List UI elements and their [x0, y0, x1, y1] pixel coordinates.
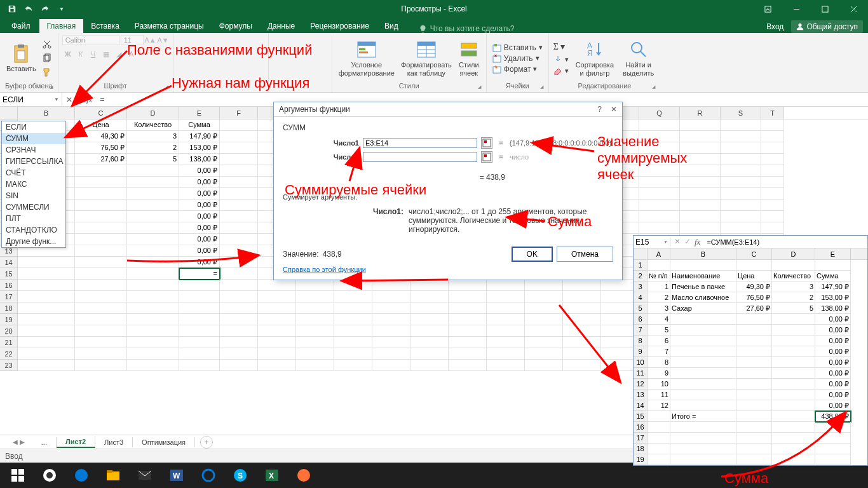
cell-C3[interactable]: 49,30 ₽ — [75, 131, 127, 142]
mini-cell-A17[interactable] — [648, 433, 670, 444]
mini-cell-C1[interactable] — [736, 260, 772, 271]
mini-cell-D8[interactable] — [772, 336, 815, 346]
col-header-F[interactable]: F — [220, 107, 258, 119]
mini-cell-A12[interactable]: 10 — [648, 379, 670, 390]
mini-col-E[interactable]: E — [815, 248, 851, 259]
mini-cell-B18[interactable] — [670, 444, 736, 454]
mini-cell-C10[interactable] — [736, 357, 772, 368]
mini-cell-A11[interactable]: 9 — [648, 368, 670, 379]
mini-cell-E4[interactable]: 153,00 ₽ — [815, 292, 851, 303]
cell-F7[interactable] — [220, 177, 258, 188]
mini-cell-D10[interactable] — [772, 357, 815, 368]
cell-K23[interactable] — [410, 360, 449, 371]
col-header-S[interactable]: S — [721, 107, 761, 119]
mini-cell-E9[interactable]: 0,00 ₽ — [815, 346, 851, 357]
cell-F6[interactable] — [220, 165, 258, 177]
cell-E6[interactable]: 0,00 ₽ — [179, 165, 220, 177]
cell-L23[interactable] — [449, 360, 487, 371]
mini-cell-A15[interactable] — [648, 411, 670, 422]
dialog-help-icon[interactable]: ? — [597, 105, 602, 114]
col-header-R[interactable]: R — [680, 107, 721, 119]
mini-corner[interactable] — [634, 248, 648, 259]
cell-D18[interactable] — [127, 302, 179, 314]
cell-Q5[interactable] — [639, 154, 680, 165]
cell-F10[interactable] — [220, 211, 258, 222]
cell-D5[interactable]: 5 — [127, 154, 179, 165]
cell-C5[interactable]: 27,60 ₽ — [75, 154, 127, 165]
col-header-B[interactable]: B — [18, 107, 75, 119]
cell-D17[interactable] — [127, 291, 179, 302]
mini-cell-D17[interactable] — [772, 433, 815, 444]
mini-cell-E14[interactable]: 0,00 ₽ — [815, 400, 851, 411]
cell-J19[interactable] — [372, 314, 410, 325]
cell-C20[interactable] — [75, 325, 127, 337]
mini-cell-A16[interactable] — [648, 422, 670, 433]
mini-cell-B14[interactable] — [670, 400, 736, 411]
dialog-titlebar[interactable]: Аргументы функции ? ✕ — [274, 102, 622, 117]
cell-B22[interactable] — [18, 348, 75, 360]
cell-E10[interactable]: 0,00 ₽ — [179, 211, 220, 222]
name-box-input[interactable] — [3, 95, 54, 104]
format-painter-icon[interactable] — [40, 66, 54, 79]
mini-cell-D1[interactable] — [772, 260, 815, 271]
sheet-tab-3[interactable]: Оптимизация — [133, 437, 195, 447]
mini-cell-A10[interactable]: 8 — [648, 357, 670, 368]
mini-cell-B6[interactable] — [670, 314, 736, 325]
cell-M22[interactable] — [487, 348, 525, 360]
func-item-2[interactable]: СРЗНАЧ — [2, 144, 65, 156]
cell-J20[interactable] — [372, 325, 410, 337]
mini-cell-B7[interactable] — [670, 325, 736, 336]
cell-C16[interactable] — [75, 280, 127, 291]
mini-row-19[interactable]: 19 — [634, 454, 648, 465]
mini-cell-A4[interactable]: 2 — [648, 292, 670, 303]
cell-B21[interactable] — [18, 337, 75, 348]
fx-icon[interactable]: fx — [86, 95, 92, 105]
cell-F19[interactable] — [220, 314, 258, 325]
cell-R7[interactable] — [680, 177, 721, 188]
row-header-19[interactable]: 19 — [0, 314, 18, 325]
func-item-8[interactable]: ПЛТ — [2, 213, 65, 224]
mini-cell-C18[interactable] — [736, 444, 772, 454]
start-icon[interactable] — [3, 463, 33, 488]
cell-T6[interactable] — [761, 165, 784, 177]
cell-J23[interactable] — [372, 360, 410, 371]
mini-cell-C15[interactable] — [736, 411, 772, 422]
cell-D16[interactable] — [127, 280, 179, 291]
cell-O17[interactable] — [563, 291, 601, 302]
find-select-button[interactable]: Найти и выделить — [620, 38, 656, 78]
mini-cell-C12[interactable] — [736, 379, 772, 390]
mini-cell-D11[interactable] — [772, 368, 815, 379]
mini-cell-E11[interactable]: 0,00 ₽ — [815, 368, 851, 379]
mini-cell-C11[interactable] — [736, 368, 772, 379]
mini-cell-C9[interactable] — [736, 346, 772, 357]
cell-C7[interactable] — [75, 177, 127, 188]
cell-F4[interactable] — [220, 142, 258, 154]
cell-G19[interactable] — [258, 314, 296, 325]
cell-O22[interactable] — [563, 348, 601, 360]
sheet-tab-0[interactable]: ... — [32, 437, 57, 447]
cell-F8[interactable] — [220, 188, 258, 200]
func-item-0[interactable]: ЕСЛИ — [2, 121, 65, 133]
mini-cell-A1[interactable] — [648, 260, 670, 271]
row-header-21[interactable]: 21 — [0, 337, 18, 348]
cell-H21[interactable] — [296, 337, 334, 348]
mini-formula-input[interactable]: =СУММ(E3:E14) — [704, 238, 762, 246]
cell-I23[interactable] — [334, 360, 372, 371]
mini-row-8[interactable]: 8 — [634, 336, 648, 346]
arg1-input[interactable] — [363, 138, 477, 148]
mini-cell-D18[interactable] — [772, 444, 815, 454]
mini-col-D[interactable]: D — [772, 248, 815, 259]
mini-cell-E13[interactable]: 0,00 ₽ — [815, 390, 851, 400]
mini-row-9[interactable]: 9 — [634, 346, 648, 357]
insert-cells-button[interactable]: Вставить ▾ — [491, 43, 545, 53]
mini-cell-D5[interactable]: 5 — [772, 303, 815, 314]
cell-T7[interactable] — [761, 177, 784, 188]
mail-icon[interactable] — [130, 463, 160, 488]
cell-G21[interactable] — [258, 337, 296, 348]
cell-Q2[interactable] — [639, 119, 680, 131]
mini-row-14[interactable]: 14 — [634, 400, 648, 411]
cell-D3[interactable]: 3 — [127, 131, 179, 142]
tab-data[interactable]: Данные — [260, 19, 302, 33]
mini-cell-E6[interactable]: 0,00 ₽ — [815, 314, 851, 325]
mini-cell-A13[interactable]: 11 — [648, 390, 670, 400]
